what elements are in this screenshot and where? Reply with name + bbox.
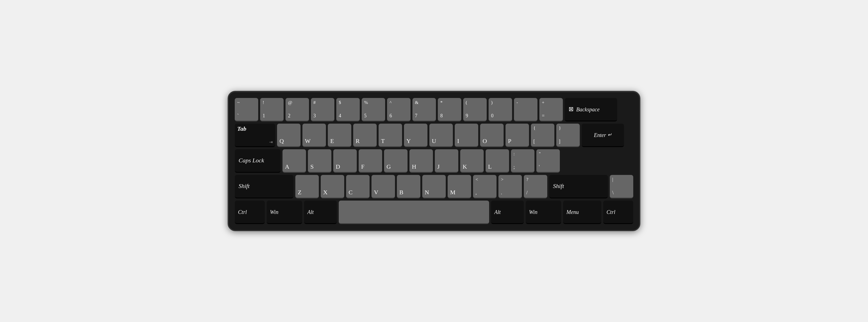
key-a[interactable]: A bbox=[282, 149, 306, 173]
key-o[interactable]: O bbox=[480, 124, 504, 147]
key-x[interactable]: X bbox=[321, 175, 344, 198]
key-j[interactable]: J bbox=[435, 149, 458, 173]
backspace-icon: ⊠ bbox=[568, 106, 574, 113]
key-shift-left[interactable]: Shift bbox=[235, 175, 293, 198]
key-equals[interactable]: + = bbox=[539, 98, 563, 122]
key-s[interactable]: S bbox=[308, 149, 331, 173]
row-numbers: ~ ` ! 1 @ 2 # 3 $ 4 % 5 ^ 6 & 7 bbox=[235, 98, 633, 122]
key-i[interactable]: I bbox=[455, 124, 478, 147]
shift-right-label: Shift bbox=[553, 183, 564, 190]
key-bracket-right[interactable]: } ] bbox=[556, 124, 580, 147]
key-h[interactable]: H bbox=[409, 149, 433, 173]
key-w[interactable]: W bbox=[303, 124, 326, 147]
key-quote[interactable]: " ' bbox=[536, 149, 560, 173]
key-win-left[interactable]: Win bbox=[267, 200, 302, 224]
ctrl-right-label: Ctrl bbox=[607, 209, 615, 215]
key-4[interactable]: $ 4 bbox=[336, 98, 360, 122]
key-9[interactable]: ( 9 bbox=[463, 98, 487, 122]
key-z[interactable]: Z bbox=[295, 175, 319, 198]
key-v[interactable]: V bbox=[371, 175, 395, 198]
key-space[interactable] bbox=[339, 200, 489, 224]
key-alt-right[interactable]: Alt bbox=[491, 200, 524, 224]
key-ctrl-left[interactable]: Ctrl bbox=[235, 200, 265, 224]
enter-label: Enter bbox=[594, 132, 606, 138]
key-u[interactable]: U bbox=[429, 124, 453, 147]
key-shift-right[interactable]: Shift bbox=[549, 175, 608, 198]
key-enter[interactable]: Enter ↵ bbox=[582, 124, 624, 147]
row-zxcv: Shift Z X C V B N M < , > . ? / Shift | … bbox=[235, 175, 633, 198]
key-backspace[interactable]: ⊠ Backspace bbox=[565, 98, 617, 122]
key-period[interactable]: > . bbox=[498, 175, 522, 198]
key-c[interactable]: C bbox=[346, 175, 370, 198]
key-alt-left[interactable]: Alt bbox=[304, 200, 337, 224]
key-menu[interactable]: Menu bbox=[563, 200, 601, 224]
alt-right-label: Alt bbox=[494, 209, 501, 215]
key-semicolon[interactable]: : ; bbox=[511, 149, 534, 173]
key-1[interactable]: ! 1 bbox=[260, 98, 284, 122]
enter-icon: ↵ bbox=[608, 132, 612, 138]
backspace-label: Backspace bbox=[576, 106, 600, 113]
keyboard: ~ ` ! 1 @ 2 # 3 $ 4 % 5 ^ 6 & 7 bbox=[228, 91, 640, 231]
key-win-right[interactable]: Win bbox=[526, 200, 561, 224]
win-left-label: Win bbox=[270, 209, 278, 215]
key-7[interactable]: & 7 bbox=[412, 98, 436, 122]
tab-icon: ⇥ bbox=[269, 139, 273, 144]
key-comma[interactable]: < , bbox=[473, 175, 497, 198]
key-q[interactable]: Q bbox=[277, 124, 301, 147]
ctrl-left-label: Ctrl bbox=[238, 209, 247, 215]
alt-left-label: Alt bbox=[307, 209, 314, 215]
row-asdf: Caps Lock A S D F G H J K L : ; " ' bbox=[235, 149, 633, 173]
shift-left-label: Shift bbox=[239, 183, 249, 190]
key-caps-lock[interactable]: Caps Lock bbox=[235, 149, 281, 173]
key-m[interactable]: M bbox=[448, 175, 471, 198]
key-b[interactable]: B bbox=[397, 175, 420, 198]
tab-label: Tab bbox=[237, 125, 246, 132]
key-n[interactable]: N bbox=[422, 175, 446, 198]
key-p[interactable]: P bbox=[505, 124, 529, 147]
key-2[interactable]: @ 2 bbox=[285, 98, 309, 122]
key-bracket-left[interactable]: { [ bbox=[531, 124, 554, 147]
key-8[interactable]: * 8 bbox=[438, 98, 461, 122]
key-d[interactable]: D bbox=[333, 149, 357, 173]
key-3[interactable]: # 3 bbox=[311, 98, 334, 122]
menu-label: Menu bbox=[566, 209, 579, 215]
key-e[interactable]: E bbox=[328, 124, 351, 147]
key-tab[interactable]: Tab ⇥ bbox=[235, 124, 275, 147]
key-tilde[interactable]: ~ ` bbox=[235, 98, 258, 122]
key-f[interactable]: F bbox=[359, 149, 382, 173]
key-pipe[interactable]: | \ bbox=[610, 175, 633, 198]
key-5[interactable]: % 5 bbox=[362, 98, 385, 122]
key-y[interactable]: Y bbox=[404, 124, 428, 147]
key-slash[interactable]: ? / bbox=[524, 175, 547, 198]
key-k[interactable]: K bbox=[460, 149, 484, 173]
key-6[interactable]: ^ 6 bbox=[387, 98, 410, 122]
key-minus[interactable]: - bbox=[514, 98, 537, 122]
row-bottom: Ctrl Win Alt Alt Win Menu Ctrl bbox=[235, 200, 633, 224]
caps-lock-label: Caps Lock bbox=[239, 157, 264, 164]
key-l[interactable]: L bbox=[486, 149, 509, 173]
key-ctrl-right[interactable]: Ctrl bbox=[603, 200, 633, 224]
key-g[interactable]: G bbox=[384, 149, 407, 173]
key-r[interactable]: R bbox=[353, 124, 377, 147]
key-0[interactable]: ) 0 bbox=[489, 98, 512, 122]
row-qwerty: Tab ⇥ Q W E R T Y U I O P { [ } ] Enter … bbox=[235, 124, 633, 147]
key-t[interactable]: T bbox=[379, 124, 402, 147]
win-right-label: Win bbox=[529, 209, 537, 215]
